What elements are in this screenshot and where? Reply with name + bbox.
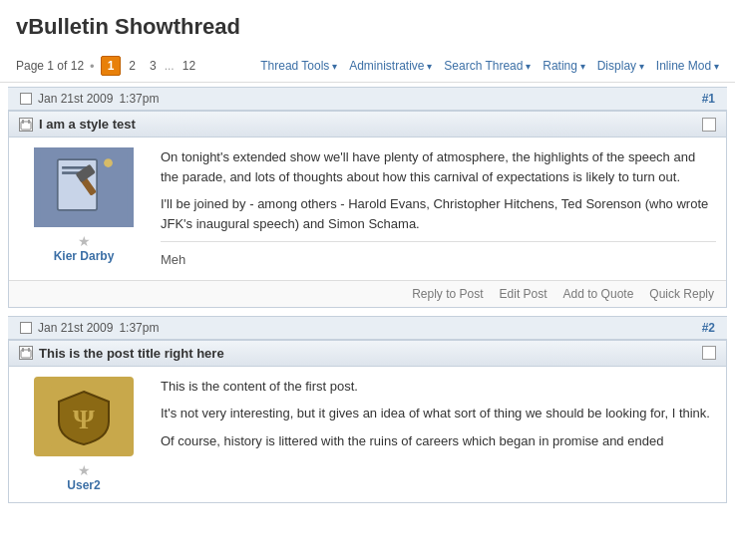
author-name-1: Kier Darby [19,249,149,263]
edit-post-btn-1[interactable]: Edit Post [500,287,548,301]
post-para-2-1: It's not very interesting, but it gives … [161,404,716,423]
avatar-1 [34,147,134,227]
page-ellipsis: ... [165,59,175,73]
post-title-bar-2: This is the post title right here [9,341,726,367]
post-meta-left-2: Jan 21st 2009 1:37pm [20,321,159,335]
page-btn-last[interactable]: 12 [177,57,201,75]
svg-point-9 [104,158,113,167]
author-star-1: ★ [19,233,149,249]
page-btn-3[interactable]: 3 [144,57,163,75]
thread-tools-btn[interactable]: Thread Tools [260,59,337,73]
post-time-1: 1:37pm [119,92,159,106]
post-para-1-2: Meh [161,250,716,270]
inline-mod-btn[interactable]: Inline Mod [656,59,719,73]
nav-bar: Page 1 of 12 • 1 2 3 ... 12 Thread Tools… [0,50,735,83]
post-meta-row-2: Jan 21st 2009 1:37pm #2 [8,316,727,340]
post-meta-left-1: Jan 21st 2009 1:37pm [20,92,159,106]
post-divider-1 [161,241,716,242]
post-title-text-2: This is the post title right here [19,346,224,361]
post-title-text-1: I am a style test [19,117,136,132]
post-container-2: This is the post title right here Ψ ★ Us… [8,340,727,503]
post-date-1: Jan 21st 2009 [38,92,113,106]
rating-btn[interactable]: Rating [543,59,584,73]
post-author-col-1: ★ Kier Darby [19,147,149,270]
author-name-2: User2 [19,478,149,492]
toolbar-group: Thread Tools Administrative Search Threa… [260,59,719,73]
svg-text:Ψ: Ψ [73,404,95,434]
post-content-2: This is the content of the first post. I… [161,377,716,492]
post-time-2: 1:37pm [119,321,159,335]
post-body-2: Ψ ★ User2 This is the content of the fir… [9,367,726,502]
post-title-bar-1: I am a style test [9,112,726,138]
post-checkbox-1[interactable] [702,118,716,132]
calendar-icon-2 [20,322,32,334]
post-para-1-0: On tonight's extended show we'll have pl… [161,147,716,186]
post-title-icon-2 [19,346,33,360]
post-author-col-2: Ψ ★ User2 [19,377,149,492]
avatar-2: Ψ [34,377,134,456]
post-para-2-2: Of course, history is littered with the … [161,431,716,451]
quick-reply-btn-1[interactable]: Quick Reply [649,287,714,301]
post-meta-row-1: Jan 21st 2009 1:37pm #1 [8,87,727,111]
display-btn[interactable]: Display [597,59,644,73]
page-title: vBulletin Showthread [0,0,735,50]
post-title-icon-1 [19,118,33,132]
administrative-btn[interactable]: Administrative [349,59,432,73]
post-para-1-1: I'll be joined by - among others - Harol… [161,194,716,233]
post-date-2: Jan 21st 2009 [38,321,113,335]
post-title-label-2: This is the post title right here [39,346,224,361]
add-to-quote-btn-1[interactable]: Add to Quote [563,287,634,301]
post-title-label-1: I am a style test [39,117,136,132]
post-body-1: ★ Kier Darby On tonight's extended show … [9,138,726,280]
search-thread-btn[interactable]: Search Thread [444,59,531,73]
page-btn-1[interactable]: 1 [101,56,122,76]
post-container-1: I am a style test [8,111,727,308]
page-btn-2[interactable]: 2 [123,57,142,75]
post-num-2: #2 [702,321,715,335]
calendar-icon-1 [20,93,32,105]
author-star-2: ★ [19,462,149,478]
dot-separator: • [90,59,95,74]
post-checkbox-2[interactable] [702,346,716,360]
post-actions-1: Reply to Post Edit Post Add to Quote Qui… [9,280,726,307]
post-content-1: On tonight's extended show we'll have pl… [161,147,716,270]
post-para-2-0: This is the content of the first post. [161,377,716,397]
reply-to-post-btn-1[interactable]: Reply to Post [412,287,483,301]
page-nav: 1 2 3 ... 12 [101,56,201,76]
post-num-1: #1 [702,92,715,106]
page-label: Page 1 of 12 [16,59,84,73]
